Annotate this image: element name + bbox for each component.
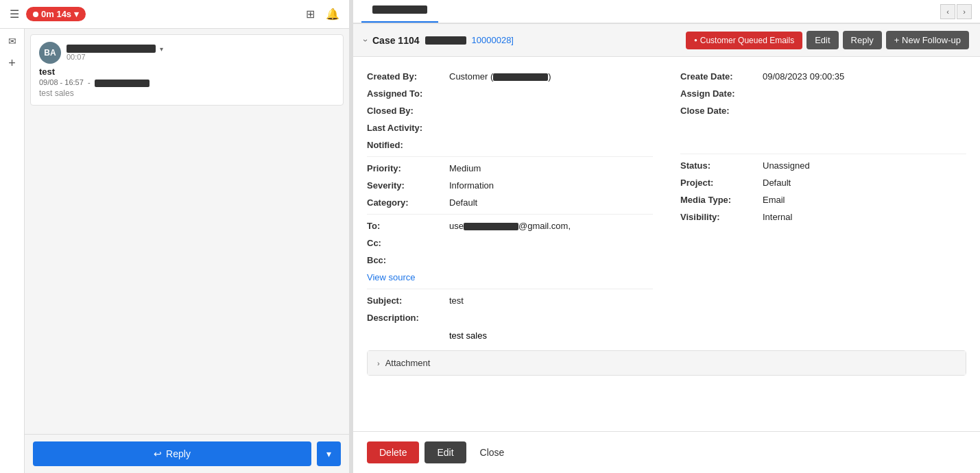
mail-sidebar-icon[interactable]: ✉ [7, 34, 18, 48]
close-date-label: Close Date: [680, 106, 763, 116]
avatar: BA [39, 42, 61, 64]
create-date-value: 09/08/2023 09:00:35 [763, 71, 844, 82]
visibility-label: Visibility: [680, 212, 763, 222]
conv-subject: test [39, 66, 335, 77]
tab-label-redacted [372, 5, 427, 14]
attachment-expand-icon: › [377, 359, 380, 367]
conversation-item[interactable]: BA ▾ 00:07 test 09/08 - 16:57 - [30, 34, 344, 106]
nav-right-button[interactable]: › [957, 4, 972, 19]
media-type-label: Media Type: [680, 195, 763, 205]
hamburger-menu-button[interactable]: ☰ [8, 6, 21, 22]
fields-left-column: Created By: Customer () Assigned To: Clo… [367, 68, 667, 345]
assigned-to-label: Assigned To: [367, 88, 449, 99]
reply-arrow-icon: ↩ [154, 448, 162, 459]
severity-value: Information [449, 180, 494, 191]
category-value: Default [449, 197, 477, 208]
subject-label: Subject: [367, 295, 449, 306]
assigned-to-field: Assigned To: [367, 85, 653, 102]
top-bar-left: ☰ 0m 14s ▾ [8, 6, 86, 22]
status-field: Status: Unassigned [680, 157, 966, 174]
edit-bottom-button[interactable]: Edit [425, 441, 466, 463]
subject-field: Subject: test [367, 292, 653, 309]
red-dot-icon: ● [694, 37, 697, 43]
agent-name-date-redacted [95, 80, 150, 87]
to-email-redacted [464, 223, 518, 230]
top-bar-right: ⊞ 🔔 [304, 6, 341, 22]
created-by-label: Created By: [367, 71, 449, 82]
create-date-field: Create Date: 09/08/2023 09:00:35 [680, 68, 966, 85]
case-reply-button[interactable]: Reply [843, 31, 882, 49]
left-panel: ☰ 0m 14s ▾ ⊞ 🔔 ✉ + BA [0, 0, 350, 473]
description-text: test sales [367, 326, 653, 345]
media-type-field: Media Type: Email [680, 191, 966, 208]
bcc-field: Bcc: [367, 252, 653, 269]
agent-name-redacted [67, 45, 156, 53]
conv-time: 00:07 [67, 53, 335, 61]
conv-name-row: ▾ [67, 45, 335, 53]
attachment-header[interactable]: › Attachment [368, 351, 966, 375]
reply-button[interactable]: ↩ Reply [33, 441, 311, 466]
view-source-field: View source [367, 269, 653, 286]
bcc-label: Bcc: [367, 255, 449, 265]
grid-icon-button[interactable]: ⊞ [304, 6, 316, 22]
priority-field: Priority: Medium [367, 160, 653, 177]
last-activity-label: Last Activity: [367, 123, 449, 133]
attachment-label: Attachment [385, 358, 431, 368]
closed-by-label: Closed By: [367, 106, 449, 116]
top-bar: ☰ 0m 14s ▾ ⊞ 🔔 [0, 0, 349, 29]
category-label: Category: [367, 197, 449, 208]
close-button[interactable]: Close [472, 441, 513, 463]
case-fields-grid: Created By: Customer () Assigned To: Clo… [367, 68, 966, 345]
subject-value: test [449, 295, 464, 306]
new-followup-button[interactable]: + New Follow-up [886, 31, 969, 49]
nav-left-button[interactable]: ‹ [940, 4, 955, 19]
severity-label: Severity: [367, 180, 449, 191]
conversation-list: BA ▾ 00:07 test 09/08 - 16:57 - [25, 29, 349, 434]
case-number-label: Case 1104 [372, 35, 420, 46]
priority-value: Medium [449, 163, 481, 173]
close-date-field: Close Date: [680, 102, 966, 119]
priority-label: Priority: [367, 163, 449, 173]
assign-date-label: Assign Date: [680, 88, 763, 99]
to-value: use@gmail.com, [449, 221, 571, 231]
timer-dot [33, 12, 38, 17]
bottom-reply-bar: ↩ Reply ▾ [25, 434, 349, 473]
project-label: Project: [680, 178, 763, 188]
timer-badge[interactable]: 0m 14s ▾ [26, 7, 86, 21]
description-label: Description: [367, 313, 449, 323]
cc-field: Cc: [367, 234, 653, 252]
created-by-value: Customer () [449, 71, 551, 82]
case-header: › Case 1104 10000028] ● Customer Queued … [353, 24, 980, 57]
customer-queued-emails-button[interactable]: ● Customer Queued Emails [686, 32, 802, 49]
queued-emails-label: Customer Queued Emails [700, 36, 794, 45]
case-collapse-icon[interactable]: › [361, 39, 370, 42]
to-field: To: use@gmail.com, [367, 217, 653, 234]
visibility-field: Visibility: Internal [680, 208, 966, 226]
assign-date-field: Assign Date: [680, 85, 966, 102]
case-action-buttons: ● Customer Queued Emails Edit Reply + Ne… [686, 31, 969, 49]
conv-expand-icon[interactable]: ▾ [160, 45, 163, 53]
view-source-link[interactable]: View source [367, 272, 416, 282]
bell-icon-button[interactable]: 🔔 [324, 6, 341, 22]
reply-button-label: Reply [166, 448, 191, 459]
notified-label: Notified: [367, 140, 449, 150]
timer-label: 0m 14s [41, 9, 71, 19]
reply-dropdown-button[interactable]: ▾ [317, 441, 341, 466]
case-id-link[interactable]: 10000028] [472, 35, 514, 45]
created-by-field: Created By: Customer () [367, 68, 653, 85]
case-edit-button[interactable]: Edit [806, 31, 838, 49]
delete-button[interactable]: Delete [367, 441, 419, 463]
active-tab[interactable] [361, 0, 438, 23]
status-label: Status: [680, 160, 763, 171]
conv-date: 09/08 - 16:57 - [39, 78, 335, 87]
visibility-value: Internal [763, 212, 792, 222]
conv-item-header: BA ▾ 00:07 [39, 42, 335, 64]
media-type-value: Email [763, 195, 785, 205]
notified-field: Notified: [367, 136, 653, 154]
add-sidebar-icon[interactable]: + [7, 55, 17, 72]
status-value: Unassigned [763, 160, 810, 171]
to-label: To: [367, 221, 449, 231]
timer-dropdown-icon: ▾ [74, 9, 79, 19]
conv-preview: test sales [39, 88, 335, 98]
closed-by-field: Closed By: [367, 102, 653, 119]
